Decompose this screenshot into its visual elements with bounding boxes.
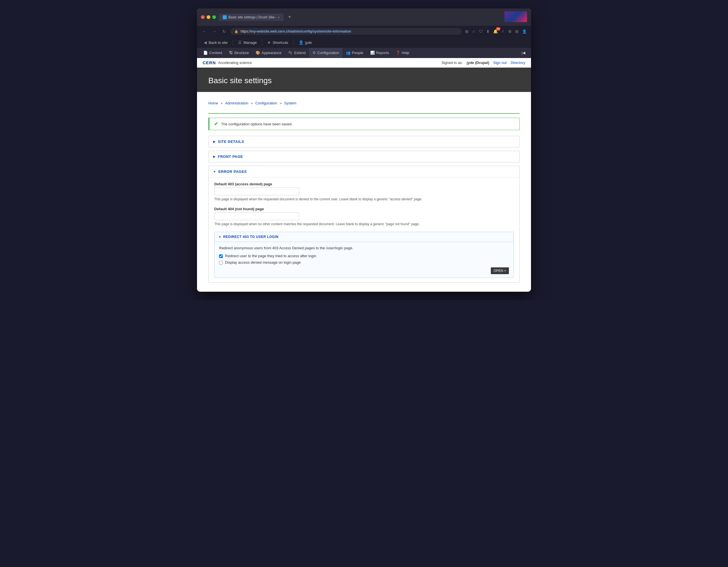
user-link[interactable]: 👤 jyde	[295, 37, 316, 48]
configuration-label: Configuration	[317, 51, 339, 55]
checkbox-display-access-denied[interactable]	[219, 261, 223, 265]
error-pages-panel: ▼ ERROR PAGES Default 403 (access denied…	[208, 166, 520, 283]
front-page-header[interactable]: ▶ FRONT PAGE	[209, 151, 519, 162]
menu-structure[interactable]: 🏗 Structure	[226, 48, 252, 58]
appearance-label: Appearance	[262, 51, 281, 55]
error-pages-body: Default 403 (access denied) page This pa…	[209, 177, 519, 283]
input-403[interactable]	[214, 188, 299, 195]
new-tab-button[interactable]: +	[286, 14, 293, 20]
minimize-button[interactable]	[207, 15, 210, 19]
back-to-site-link[interactable]: ◀ Back to site	[200, 37, 232, 48]
description-403: This page is displayed when the requeste…	[214, 197, 514, 202]
menu-reports[interactable]: 📊 Reports	[367, 48, 393, 58]
checkmark-icon[interactable]: ✓	[500, 28, 506, 35]
description-404: This page is displayed when no other con…	[214, 222, 514, 227]
reports-icon: 📊	[370, 51, 375, 55]
checkbox-redirect-after-login[interactable]	[219, 255, 223, 258]
menu-extend[interactable]: 🔌 Extend	[285, 48, 309, 58]
label-redirect-after-login: Redirect user to the page they tried to …	[225, 254, 316, 258]
field-group-403: Default 403 (access denied) page This pa…	[214, 182, 514, 202]
breadcrumb: Home » Administration » Configuration » …	[208, 98, 520, 109]
settings-icon[interactable]: ⚙	[507, 28, 513, 35]
status-text: The configuration options have been save…	[221, 122, 292, 126]
notification-icon[interactable]: 🔔10	[492, 28, 499, 35]
url-text: https://my-website.web.cern.ch/admin/con…	[241, 29, 351, 33]
sign-out-link[interactable]: Sign out	[493, 61, 507, 65]
front-page-arrow: ▶	[213, 155, 216, 158]
grid-icon[interactable]: ⊞	[464, 28, 469, 35]
extend-label: Extend	[294, 51, 305, 55]
signed-in-user: jyde (Drupal)	[467, 61, 489, 65]
tab-close-button[interactable]: ×	[278, 16, 280, 19]
error-pages-arrow: ▼	[213, 170, 216, 173]
manage-link[interactable]: ☰ Manage	[234, 37, 261, 48]
back-to-site-label: Back to site	[209, 40, 228, 45]
signed-in-label: Signed in as:	[442, 61, 463, 65]
back-icon: ◀	[204, 40, 207, 45]
open-button[interactable]: OPEN +	[491, 268, 509, 274]
front-page-label: FRONT PAGE	[218, 155, 243, 159]
content-icon: 📄	[203, 51, 208, 55]
page-title: Basic site settings	[208, 76, 520, 85]
browser-titlebar: 🌐 Basic site settings | Drush Site– × +	[197, 8, 531, 26]
check-icon: ✔	[214, 121, 218, 127]
manage-icon: ☰	[238, 40, 242, 45]
refresh-button[interactable]: ↻	[221, 28, 228, 35]
shortcuts-link[interactable]: ★ Shortcuts	[263, 37, 292, 48]
input-404[interactable]	[214, 213, 299, 220]
active-tab[interactable]: 🌐 Basic site settings | Drush Site– ×	[219, 14, 284, 21]
site-details-panel: ▶ SITE DETAILS	[208, 136, 520, 147]
breadcrumb-configuration[interactable]: Configuration	[255, 101, 277, 105]
error-pages-header[interactable]: ▼ ERROR PAGES	[209, 166, 519, 177]
label-display-access-denied: Display access denied message on login p…	[225, 260, 301, 265]
menu-help[interactable]: ❓ Help	[392, 48, 413, 58]
user-label: jyde	[305, 40, 312, 45]
admin-bar-divider-3	[293, 40, 294, 45]
help-icon: ❓	[396, 51, 400, 55]
extensions-icon[interactable]: ⊞	[514, 28, 519, 35]
structure-label: Structure	[234, 51, 249, 55]
star-icon[interactable]: ☆	[471, 28, 476, 35]
back-button[interactable]: ←	[200, 28, 208, 35]
page-wrapper: Basic site settings Home » Administratio…	[197, 68, 531, 292]
people-icon: 👥	[346, 51, 350, 55]
close-button[interactable]	[201, 15, 205, 19]
download-icon[interactable]: ⬇	[485, 28, 491, 35]
url-bar[interactable]: 🔒 https://my-website.web.cern.ch/admin/c…	[230, 28, 461, 35]
redirect-403-header[interactable]: ▼ REDIRECT 403 TO USER LOGIN	[215, 232, 513, 242]
site-details-label: SITE DETAILS	[218, 140, 244, 144]
directory-link[interactable]: Directory	[511, 61, 525, 65]
redirect-403-panel: ▼ REDIRECT 403 TO USER LOGIN Redirect an…	[214, 232, 514, 278]
browser-toolbar-icons: ⊞ ☆ 🛡 ⬇ 🔔10 ✓ ⚙ ⊞ 👤	[464, 28, 528, 35]
label-403: Default 403 (access denied) page	[214, 182, 514, 186]
checkbox-row-redirect: Redirect user to the page they tried to …	[219, 254, 509, 258]
extend-icon: 🔌	[288, 51, 293, 55]
front-page-panel: ▶ FRONT PAGE	[208, 151, 520, 162]
lock-icon: 🔒	[234, 30, 238, 33]
menu-appearance[interactable]: 🎨 Appearance	[252, 48, 285, 58]
breadcrumb-sep-2: »	[251, 101, 254, 105]
site-details-header[interactable]: ▶ SITE DETAILS	[209, 136, 519, 147]
breadcrumb-home[interactable]: Home	[208, 101, 218, 105]
site-details-arrow: ▶	[213, 140, 216, 143]
window-controls	[201, 15, 216, 19]
menu-bar-pin[interactable]: |◀	[519, 51, 528, 55]
breadcrumb-sep-3: »	[280, 101, 283, 105]
status-message: ✔ The configuration options have been sa…	[208, 118, 520, 130]
cern-logo: CERN Accelerating science	[203, 60, 252, 65]
menu-configuration[interactable]: ⚙ Configuration	[309, 48, 342, 58]
pocket-icon[interactable]: 🛡	[478, 28, 484, 35]
cern-bar: CERN Accelerating science Signed in as: …	[197, 58, 531, 68]
redirect-403-arrow: ▼	[219, 236, 221, 239]
url-path: /admin/config/system/site-information	[290, 29, 351, 33]
maximize-button[interactable]	[212, 15, 216, 19]
breadcrumb-administration[interactable]: Administration	[225, 101, 248, 105]
user-icon[interactable]: 👤	[521, 28, 528, 35]
shortcuts-label: Shortcuts	[273, 40, 288, 45]
menu-people[interactable]: 👥 People	[342, 48, 367, 58]
breadcrumb-system[interactable]: System	[284, 101, 296, 105]
drupal-menu-bar: 📄 Content 🏗 Structure 🎨 Appearance 🔌 Ext…	[197, 48, 531, 58]
forward-button[interactable]: →	[211, 28, 218, 35]
drupal-admin-bar: ◀ Back to site ☰ Manage ★ Shortcuts 👤 jy…	[197, 37, 531, 48]
menu-content[interactable]: 📄 Content	[200, 48, 226, 58]
